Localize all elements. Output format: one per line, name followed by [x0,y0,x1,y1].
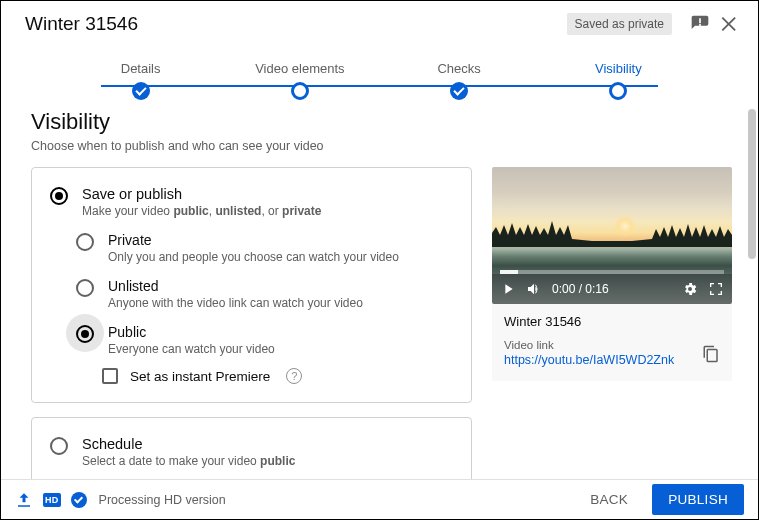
step-dot-icon [291,82,309,100]
schedule-card: Schedule Select a date to make your vide… [31,417,472,479]
radio-schedule[interactable]: Schedule Select a date to make your vide… [50,436,453,468]
processing-check-icon [71,492,87,508]
radio-private[interactable]: Private Only you and people you choose c… [76,232,453,264]
radio-unlisted[interactable]: Unlisted Anyone with the video link can … [76,278,453,310]
radio-icon[interactable] [76,233,94,251]
save-publish-label: Save or publish [82,186,321,202]
radio-icon[interactable] [76,279,94,297]
save-state-badge: Saved as private [567,13,672,35]
dialog-header: Winter 31546 Saved as private [1,1,758,47]
upload-progress-icon [15,491,33,509]
page-subtitle: Choose when to publish and who can see y… [31,139,732,153]
video-thumbnail[interactable]: 0:00 / 0:16 [492,167,732,304]
dialog-title: Winter 31546 [25,13,567,35]
schedule-label: Schedule [82,436,295,452]
video-controls: 0:00 / 0:16 [492,274,732,304]
close-icon[interactable] [718,12,742,36]
checkbox-instant-premiere[interactable]: Set as instant Premiere ? [76,368,453,384]
page-title: Visibility [31,109,732,135]
help-icon[interactable]: ? [286,368,302,384]
step-check-icon [450,82,468,100]
video-meta: Winter 31546 Video link https://youtu.be… [492,304,732,381]
hd-chip: HD [43,493,61,507]
checkbox-icon[interactable] [102,368,118,384]
tree-silhouette [492,221,732,247]
settings-icon[interactable] [682,281,698,297]
stepper-line [101,85,658,87]
radio-public[interactable]: Public Everyone can watch your video [76,324,453,356]
video-link[interactable]: https://youtu.be/IaWI5WD2Znk [504,353,674,367]
feedback-icon[interactable] [688,12,712,36]
video-title: Winter 31546 [504,314,720,329]
copy-icon[interactable] [702,345,720,363]
radio-icon[interactable] [50,437,68,455]
volume-icon[interactable] [526,281,542,297]
schedule-sub: Select a date to make your video public [82,454,295,468]
save-publish-card: Save or publish Make your video public, … [31,167,472,403]
dialog-footer: HD Processing HD version BACK PUBLISH [1,479,758,519]
radio-save-or-publish[interactable]: Save or publish Make your video public, … [50,186,453,218]
radio-icon[interactable] [76,325,94,343]
radio-icon[interactable] [50,187,68,205]
step-check-icon [132,82,150,100]
video-link-label: Video link [504,339,674,351]
publish-button[interactable]: PUBLISH [652,484,744,515]
video-time: 0:00 / 0:16 [552,282,609,296]
video-preview-pane: 0:00 / 0:16 Winter 31546 Video link http… [492,167,732,381]
processing-text: Processing HD version [99,493,567,507]
upload-stepper: Details Video elements Checks Visibility [1,47,758,95]
dialog-body: Visibility Choose when to publish and wh… [1,95,758,479]
play-icon[interactable] [500,281,516,297]
back-button[interactable]: BACK [576,484,642,515]
save-publish-sub: Make your video public, unlisted, or pri… [82,204,321,218]
fullscreen-icon[interactable] [708,281,724,297]
